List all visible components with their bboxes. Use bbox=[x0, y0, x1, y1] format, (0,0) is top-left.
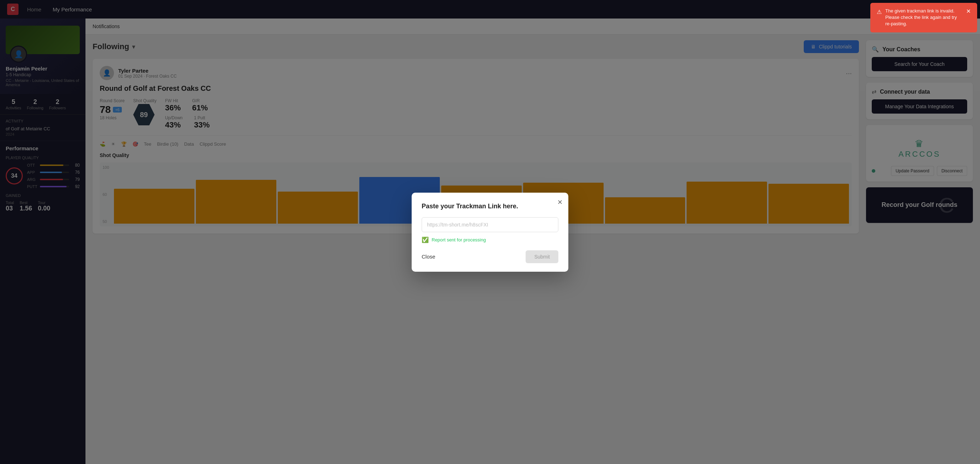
modal-success-message: ✅ Report sent for processing bbox=[422, 237, 558, 243]
modal-close-button[interactable]: Close bbox=[422, 254, 435, 260]
success-check-icon: ✅ bbox=[422, 237, 429, 243]
trackman-link-input[interactable] bbox=[422, 217, 558, 232]
toast-warning-icon: ⚠ bbox=[877, 8, 882, 16]
toast-notification: ⚠ The given trackman link is invalid. Pl… bbox=[870, 3, 977, 32]
trackman-modal: Paste your Trackman Link here. ✕ ✅ Repor… bbox=[412, 193, 568, 272]
modal-submit-button[interactable]: Submit bbox=[526, 250, 558, 263]
modal-actions: Close Submit bbox=[422, 250, 558, 263]
modal-overlay: Paste your Trackman Link here. ✕ ✅ Repor… bbox=[0, 0, 980, 464]
success-text: Report sent for processing bbox=[431, 237, 486, 243]
modal-title: Paste your Trackman Link here. bbox=[422, 203, 558, 210]
toast-message: The given trackman link is invalid. Plea… bbox=[885, 8, 963, 27]
modal-close-x-button[interactable]: ✕ bbox=[557, 199, 563, 206]
toast-close-button[interactable]: ✕ bbox=[966, 8, 971, 14]
